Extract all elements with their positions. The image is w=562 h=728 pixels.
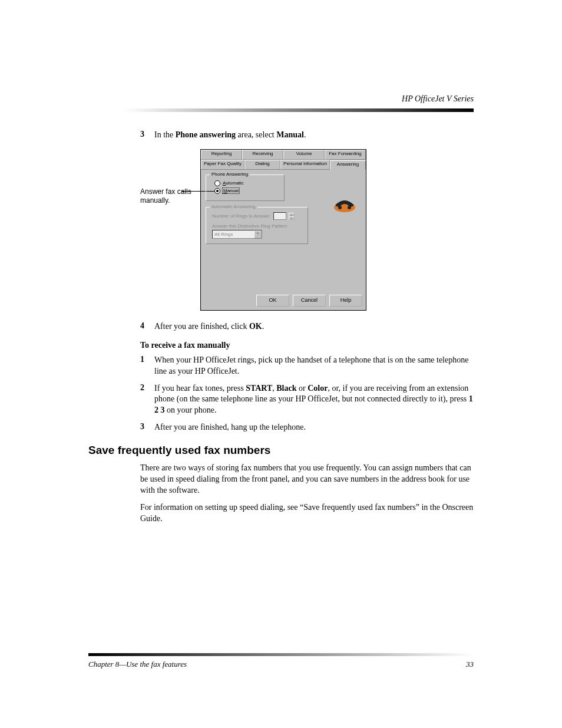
ring-pattern-combo[interactable]: All Rings ▼ — [212, 230, 262, 239]
radio-automatic-label: Automatic — [223, 180, 244, 186]
step-number: 1 — [140, 355, 154, 377]
ok-button[interactable]: OK — [256, 295, 289, 307]
step-text: After you are finished, click OK. — [154, 321, 264, 332]
group-title: Phone Answering — [210, 172, 250, 177]
step-number: 3 — [140, 422, 154, 433]
body-paragraph: For information on setting up speed dial… — [140, 502, 474, 525]
section-heading: Save frequently used fax numbers — [88, 444, 474, 457]
page-content: HP OfficeJet V Series 3 In the Phone ans… — [88, 94, 474, 669]
tab-reporting[interactable]: Reporting — [201, 150, 242, 159]
pattern-label: Answer this Distinctive Ring Pattern: — [212, 223, 304, 229]
header-rule — [124, 108, 474, 112]
step-item: 2 If you hear fax tones, press START, Bl… — [140, 383, 474, 417]
tabs-row-1: Reporting Receiving Volume Fax Forwardin… — [201, 150, 366, 160]
running-header: HP OfficeJet V Series — [402, 94, 474, 104]
rings-field-row: Number of Rings to Answer: ▴▾ — [212, 212, 304, 220]
procedure-subhead: To receive a fax manually — [140, 341, 474, 350]
cancel-button[interactable]: Cancel — [293, 295, 326, 307]
step-number: 3 — [140, 130, 154, 141]
step-number: 2 — [140, 383, 154, 417]
step-text: If you hear fax tones, press START, Blac… — [154, 383, 474, 417]
step-item: 4 After you are finished, click OK. — [140, 321, 474, 332]
radio-automatic[interactable]: Automatic — [214, 180, 280, 186]
tab-receiving[interactable]: Receiving — [242, 150, 283, 159]
tab-fax-forwarding[interactable]: Fax Forwarding — [325, 150, 366, 159]
body-paragraph: There are two ways of storing fax number… — [140, 463, 474, 496]
rings-input[interactable] — [273, 212, 286, 220]
step-item: 3 After you are finished, hang up the te… — [140, 422, 474, 433]
body: 3 In the Phone answering area, select Ma… — [88, 130, 474, 531]
tab-personal-information[interactable]: Personal Information — [280, 160, 330, 169]
group-phone-answering: Phone Answering Automatic Manual — [206, 174, 285, 201]
svg-point-1 — [338, 206, 342, 209]
step-number: 4 — [140, 321, 154, 332]
step-item: 3 In the Phone answering area, select Ma… — [140, 130, 474, 141]
chevron-down-icon: ▼ — [254, 230, 262, 238]
footer-page-number: 33 — [466, 660, 474, 669]
footer-rule — [88, 653, 474, 656]
callout-label: Answer fax calls manually. — [140, 187, 200, 206]
radio-icon — [214, 180, 220, 186]
tab-paper-fax-quality[interactable]: Paper Fax Quality — [201, 160, 244, 169]
settings-dialog: Reporting Receiving Volume Fax Forwardin… — [200, 149, 366, 311]
group-automatic-answering: Automatic Answering Number of Rings to A… — [206, 207, 308, 244]
tab-dialing[interactable]: Dialing — [244, 160, 280, 169]
tab-panel-answering: Phone Answering Automatic Manual Automat… — [201, 170, 366, 291]
step-item: 1 When your HP OfficeJet rings, pick up … — [140, 355, 474, 377]
phone-decor-icon — [332, 193, 358, 213]
chevron-down-icon: ▾ — [289, 216, 295, 220]
radio-icon — [214, 188, 220, 194]
tab-answering[interactable]: Answering — [330, 160, 366, 170]
svg-point-2 — [348, 206, 351, 209]
group-title: Automatic Answering — [210, 204, 257, 209]
help-button[interactable]: Help — [329, 295, 362, 307]
step-text: After you are finished, hang up the tele… — [154, 422, 306, 433]
step-text: When your HP OfficeJet rings, pick up th… — [154, 355, 474, 377]
rings-label: Number of Rings to Answer: — [212, 213, 271, 219]
callout-column: Answer fax calls manually. — [140, 149, 200, 311]
rings-spinner[interactable]: ▴▾ — [289, 213, 295, 219]
combo-value: All Rings — [214, 232, 233, 237]
footer-chapter: Chapter 8—Use the fax features — [88, 660, 187, 669]
dialog-buttons: OK Cancel Help — [201, 291, 366, 310]
tabs-row-2: Paper Fax Quality Dialing Personal Infor… — [201, 160, 366, 170]
radio-manual[interactable]: Manual — [214, 188, 280, 194]
tab-volume[interactable]: Volume — [283, 150, 325, 159]
figure: Answer fax calls manually. Reporting Rec… — [140, 149, 474, 311]
step-text: In the Phone answering area, select Manu… — [154, 130, 306, 141]
radio-manual-label: Manual — [223, 188, 239, 193]
